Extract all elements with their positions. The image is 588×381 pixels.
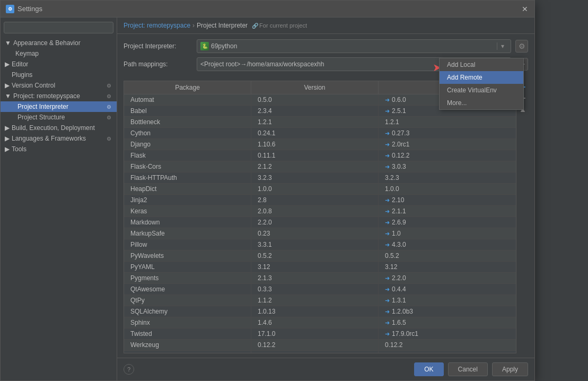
col-version: Version [251, 81, 379, 94]
sidebar-item-label: Build, Execution, Deployment [12, 124, 95, 132]
breadcrumb-separator: › [192, 22, 195, 29]
package-latest: ➜ 4.3.0 [379, 239, 516, 250]
package-name: QtAwesome [124, 284, 251, 295]
table-actions: + − ▲ [517, 81, 528, 353]
sidebar-item-project-structure[interactable]: Project Structure ⚙ [1, 112, 117, 123]
sidebar-item-project[interactable]: ▼ Project: remotepyspace ⚙ [1, 91, 117, 101]
arrow-icon: ▶ [5, 60, 10, 68]
table-row[interactable]: PyYAML 3.12 3.12 [124, 262, 516, 273]
package-version: 17.1.0 [251, 328, 379, 339]
package-latest: ➜ 1.0 [379, 228, 516, 239]
table-row[interactable]: QtPy 1.1.2 ➜ 1.3.1 [124, 295, 516, 306]
table-row[interactable]: Bottleneck 1.2.1 1.2.1 [124, 117, 516, 128]
package-latest: 1.2.1 [379, 117, 516, 127]
table-row[interactable]: Jinja2 2.8 ➜ 2.10 [124, 195, 516, 206]
package-name: Sphinx [124, 317, 251, 328]
package-latest: 3.12 [379, 262, 516, 272]
sidebar-item-appearance[interactable]: ▼ Appearance & Behavior [1, 38, 117, 48]
interpreter-dropdown-button[interactable]: ▾ [497, 42, 507, 50]
package-latest: ➜ 1.3.1 [379, 295, 516, 306]
table-row[interactable]: Flask-HTTPAuth 3.2.3 3.2.3 [124, 172, 516, 184]
update-arrow-icon: ➜ [385, 108, 390, 115]
update-arrow-icon: ➜ [385, 286, 390, 293]
package-name: Jinja2 [124, 195, 251, 205]
table-row[interactable]: Twisted 17.1.0 ➜ 17.9.0rc1 [124, 328, 516, 340]
package-latest: ➜ 1.0.2 [379, 351, 516, 353]
package-version: 1.2.1 [251, 117, 379, 127]
package-name: QtPy [124, 295, 251, 306]
close-button[interactable]: ✕ [521, 5, 529, 13]
dropdown-item-add-local[interactable]: Add Local [440, 58, 523, 71]
sidebar-item-tools[interactable]: ▶ Tools [1, 144, 117, 154]
sidebar-item-build[interactable]: ▶ Build, Execution, Deployment [1, 123, 117, 133]
package-name: Cython [124, 128, 251, 138]
sidebar-item-project-interpreter[interactable]: Project Interpreter ⚙ [1, 101, 117, 112]
sidebar-item-version-control[interactable]: ▶ Version Control ⚙ [1, 80, 117, 91]
package-version: 1.1.2 [251, 295, 379, 306]
table-row[interactable]: Pygments 2.1.3 ➜ 2.2.0 [124, 273, 516, 284]
sidebar-item-label: Editor [12, 60, 28, 68]
table-row[interactable]: PyWavelets 0.5.2 0.5.2 [124, 250, 516, 262]
package-latest: ➜ 2.10 [379, 195, 516, 205]
package-name: SQLAlchemy [124, 306, 251, 317]
table-row[interactable]: HeapDict 1.0.0 1.0.0 [124, 184, 516, 195]
interpreter-settings-button[interactable]: ⚙ [515, 40, 528, 53]
update-arrow-icon: ➜ [385, 319, 390, 326]
package-latest: ➜ 1.6.5 [379, 317, 516, 328]
dropdown-item-create-venv[interactable]: Create VirtualEnv [440, 84, 523, 97]
settings-action-icon: ⚙ [105, 92, 112, 100]
arrow-icon: ▶ [5, 82, 10, 89]
dropdown-item-more[interactable]: More... [440, 97, 523, 109]
package-name: Flask [124, 150, 251, 161]
table-row[interactable]: Markdown 2.2.0 ➜ 2.6.9 [124, 217, 516, 228]
title-bar: ⚙ Settings ✕ [1, 1, 534, 18]
sidebar-item-editor[interactable]: ▶ Editor [1, 59, 117, 70]
package-latest: 3.2.3 [379, 172, 516, 183]
update-arrow-icon: ➜ [385, 275, 390, 282]
breadcrumb-project[interactable]: Project: remotepyspace [124, 22, 190, 29]
table-row[interactable]: SQLAlchemy 1.0.13 ➜ 1.2.0b3 [124, 306, 516, 317]
package-name: Werkzeug [124, 340, 251, 350]
package-version: 3.2.3 [251, 172, 379, 183]
dialog-title: Settings [17, 5, 42, 13]
update-arrow-icon: ➜ [385, 163, 390, 170]
table-row[interactable]: Pillow 3.3.1 ➜ 4.3.0 [124, 239, 516, 250]
package-name: XlsxWriter [124, 351, 251, 353]
package-latest: 1.0.0 [379, 184, 516, 194]
package-latest: ➜ 0.4.4 [379, 284, 516, 295]
dropdown-item-add-remote[interactable]: Add Remote [440, 71, 523, 84]
table-row[interactable]: Flask-Cors 2.1.2 ➜ 3.0.3 [124, 161, 516, 172]
sidebar-item-languages[interactable]: ▶ Languages & Frameworks ⚙ [1, 133, 117, 144]
package-version: 0.11.1 [251, 150, 379, 161]
table-row[interactable]: Sphinx 1.4.6 ➜ 1.6.5 [124, 317, 516, 328]
sidebar-search[interactable] [4, 22, 113, 33]
package-name: PyYAML [124, 262, 251, 272]
package-name: Pygments [124, 273, 251, 283]
package-name: Flask-Cors [124, 161, 251, 172]
package-name: Bottleneck [124, 117, 251, 127]
table-row[interactable]: QtAwesome 0.3.3 ➜ 0.4.4 [124, 284, 516, 295]
table-row[interactable]: MarkupSafe 0.23 ➜ 1.0 [124, 228, 516, 239]
update-arrow-icon: ➜ [385, 141, 390, 148]
package-version: 0.12.2 [251, 340, 379, 350]
apply-button[interactable]: Apply [492, 362, 528, 376]
ok-button[interactable]: OK [414, 362, 443, 376]
help-button[interactable]: ? [124, 364, 134, 375]
for-current-label: For current project [252, 22, 307, 29]
table-row[interactable]: Cython 0.24.1 ➜ 0.27.3 [124, 128, 516, 139]
table-row[interactable]: Flask 0.11.1 ➜ 0.12.2 [124, 150, 516, 161]
arrow-icon: ▶ [5, 135, 10, 142]
sidebar-item-plugins[interactable]: ▶ Plugins [1, 70, 117, 80]
table-row[interactable]: Django 1.10.6 ➜ 2.0rc1 [124, 139, 516, 150]
table-row[interactable]: Keras 2.0.8 ➜ 2.1.1 [124, 206, 516, 217]
update-arrow-icon: ➜ [385, 208, 390, 215]
update-arrow-icon: ➜ [385, 353, 390, 354]
sidebar-item-keymap[interactable]: Keymap [1, 48, 117, 59]
interpreter-selector[interactable]: 🐍 69python ▾ [197, 39, 511, 53]
sidebar-item-label: Project: remotepyspace [13, 92, 80, 100]
cancel-button[interactable]: Cancel [448, 362, 488, 376]
package-latest: ➜ 3.0.3 [379, 161, 516, 172]
table-row[interactable]: Werkzeug 0.12.2 0.12.2 [124, 340, 516, 351]
table-row[interactable]: XlsxWriter 0.9.3 ➜ 1.0.2 [124, 351, 516, 353]
interpreter-label: Project Interpreter: [124, 42, 192, 50]
